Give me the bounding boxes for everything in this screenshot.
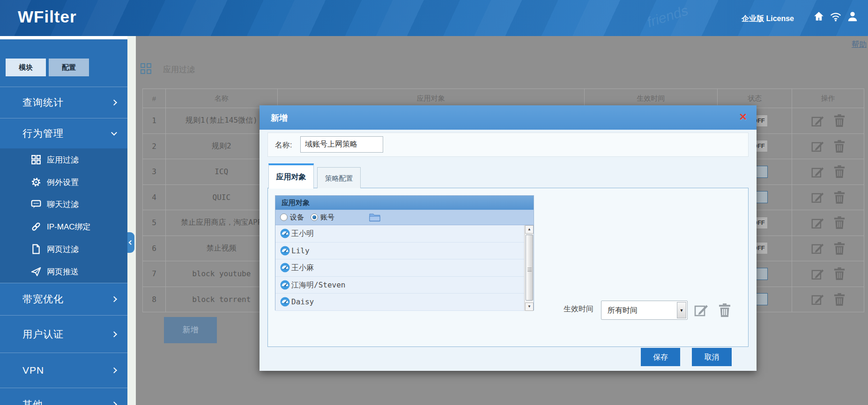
edit-icon[interactable]	[811, 191, 824, 203]
effective-time-select[interactable]: 所有时间 ▼	[601, 301, 688, 320]
sidebar-gap-strip	[127, 36, 136, 405]
trash-icon[interactable]	[834, 216, 845, 229]
row-number: 8	[143, 287, 166, 313]
list-scrollbar[interactable]: ▲ ▼	[524, 225, 534, 311]
account-list-item[interactable]: 王小明	[275, 225, 525, 243]
sidebar-subitem-3[interactable]: IP-MAC绑定	[0, 215, 127, 238]
account-name: 王小麻	[291, 263, 314, 273]
home-icon[interactable]	[813, 10, 825, 22]
rule-actions	[792, 159, 864, 185]
trash-icon[interactable]	[834, 242, 845, 255]
sidebar-subitem-label: 例外设置	[47, 177, 79, 187]
row-number: 3	[143, 159, 166, 185]
row-number: 7	[143, 261, 166, 287]
sidebar-item-query-stats[interactable]: 查询统计	[0, 87, 127, 118]
sidebar-tab-config[interactable]: 配置	[49, 59, 89, 76]
cancel-button[interactable]: 取消	[692, 348, 732, 366]
chevron-down-icon	[111, 130, 117, 136]
sidebar-subitem-label: 网页过滤	[47, 244, 79, 255]
trash-icon[interactable]	[834, 140, 845, 153]
top-header-bar: friends WFilter 企业版 License	[0, 0, 868, 36]
edit-icon[interactable]	[811, 166, 824, 178]
sidebar-item-bandwidth[interactable]: 带宽优化	[0, 283, 127, 315]
tab-policy-config[interactable]: 策略配置	[317, 167, 361, 188]
sidebar-subitem-0[interactable]: 应用过滤	[0, 148, 127, 171]
sidebar-subitem-label: 应用过滤	[47, 154, 79, 165]
help-link[interactable]: 帮助	[852, 40, 867, 50]
account-name: Daisy	[291, 297, 314, 306]
trash-icon[interactable]	[834, 191, 845, 204]
chevron-right-icon	[111, 401, 117, 405]
dropdown-arrow-icon[interactable]: ▼	[677, 302, 686, 318]
chevron-right-icon	[111, 100, 117, 106]
rule-name-input[interactable]	[300, 136, 383, 153]
sidebar-tab-module[interactable]: 模块	[6, 59, 46, 76]
save-button[interactable]: 保存	[641, 348, 680, 366]
header-background-texture	[0, 0, 868, 36]
tab-apply-objects[interactable]: 应用对象	[268, 163, 314, 189]
page-title: 应用过滤	[163, 64, 195, 75]
scroll-down-icon[interactable]: ▼	[525, 302, 534, 311]
rule-actions	[792, 210, 864, 236]
device-radio-label[interactable]: 设备	[290, 213, 304, 222]
column-header: 操作	[792, 89, 864, 108]
trash-icon[interactable]	[834, 267, 845, 280]
send-icon	[31, 266, 41, 277]
sidebar-item-other[interactable]: 其他	[0, 388, 127, 405]
page-icon	[31, 244, 41, 254]
device-radio[interactable]	[280, 214, 288, 221]
link-icon	[31, 221, 41, 232]
grid-icon	[31, 155, 41, 165]
sidebar-submenu: 应用过滤例外设置聊天过滤IP-MAC绑定网页过滤网页推送	[0, 148, 127, 283]
sidebar-subitem-2[interactable]: 聊天过滤	[0, 193, 127, 216]
sidebar-subitem-1[interactable]: 例外设置	[0, 171, 127, 193]
trash-icon[interactable]	[834, 114, 845, 127]
close-icon[interactable]: ✕	[739, 111, 747, 123]
sidebar-subitem-5[interactable]: 网页推送	[0, 260, 127, 283]
chevron-right-icon	[111, 331, 117, 337]
name-label: 名称:	[275, 140, 292, 150]
edit-icon[interactable]	[811, 140, 824, 152]
edit-icon[interactable]	[811, 268, 824, 280]
sidebar-divider	[0, 36, 127, 39]
edit-icon[interactable]	[811, 217, 824, 229]
folder-icon[interactable]	[369, 213, 380, 222]
account-radio-label[interactable]: 账号	[320, 213, 334, 222]
account-radio[interactable]	[311, 214, 318, 221]
rule-actions	[792, 134, 864, 160]
wifi-icon[interactable]	[830, 10, 842, 22]
account-list-item[interactable]: 王小麻	[275, 259, 525, 277]
sidebar-subitem-4[interactable]: 网页过滤	[0, 238, 127, 260]
row-number: 6	[143, 236, 166, 262]
trash-icon[interactable]	[834, 165, 845, 178]
edit-icon[interactable]	[811, 115, 824, 127]
scrollbar-grip	[527, 268, 532, 272]
edit-icon[interactable]	[811, 293, 824, 305]
chevron-right-icon	[111, 296, 117, 302]
account-list-item[interactable]: Lily	[275, 243, 525, 260]
add-rule-button[interactable]: 新增	[164, 317, 217, 343]
rule-actions	[792, 236, 864, 262]
dialog-header: 新增 ✕	[260, 105, 757, 130]
dialog-title: 新增	[271, 112, 288, 124]
trash-icon[interactable]	[834, 293, 845, 306]
scroll-up-icon[interactable]: ▲	[525, 225, 534, 234]
effective-time-label: 生效时间	[564, 304, 594, 314]
sidebar-item-user-auth[interactable]: 用户认证	[0, 315, 127, 353]
apply-object-list: 应用对象 设备 账号 王小明Lily王小麻江海明/StevenDaisy ▲ ▼	[275, 195, 534, 310]
list-header: 应用对象	[275, 196, 534, 210]
account-list-item[interactable]: Daisy	[275, 294, 525, 311]
sidebar-item-behavior-mgmt[interactable]: 行为管理	[0, 118, 127, 148]
chevron-right-icon	[111, 368, 117, 374]
rule-actions	[792, 185, 864, 211]
trash-icon[interactable]	[719, 303, 731, 317]
account-list-item[interactable]: 江海明/Steven	[275, 277, 525, 294]
rule-actions	[792, 287, 864, 313]
sidebar-item-vpn[interactable]: VPN	[0, 353, 127, 388]
user-icon[interactable]	[846, 10, 859, 22]
scrollbar-thumb[interactable]	[526, 235, 533, 301]
sidebar-collapse-handle[interactable]	[127, 232, 134, 253]
edit-icon[interactable]	[694, 303, 709, 317]
edit-icon[interactable]	[811, 242, 824, 254]
row-number: 5	[143, 210, 166, 236]
